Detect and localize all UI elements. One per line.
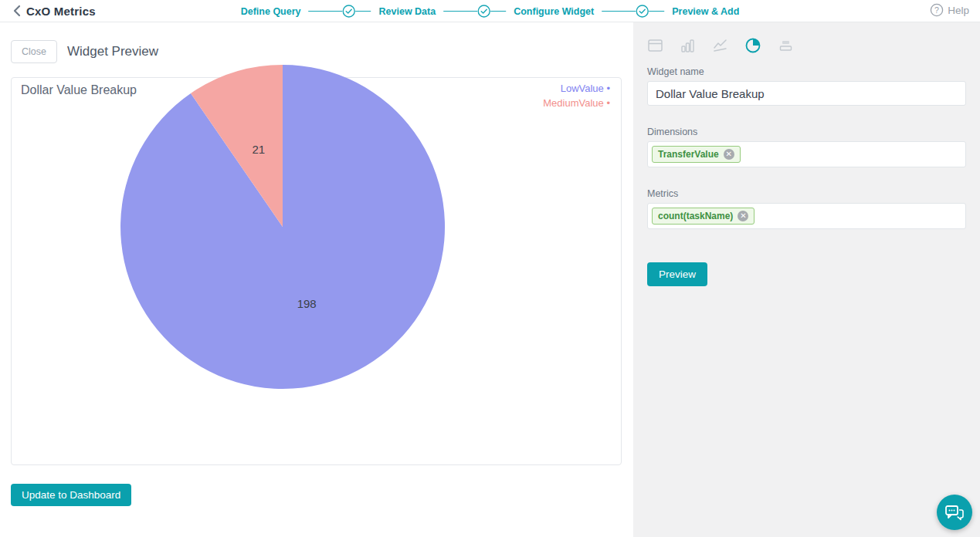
step-connector	[356, 11, 371, 12]
line-chart-icon[interactable]	[712, 38, 728, 53]
metrics-field[interactable]: count(taskName) ✕	[647, 203, 966, 229]
step-connector	[602, 11, 636, 12]
widget-name-label: Widget name	[647, 66, 966, 77]
step-connector	[309, 11, 343, 12]
wizard-stepper: Define Query Review Data Configure Widge…	[241, 0, 740, 22]
dimension-chip: TransferValue ✕	[652, 146, 741, 163]
page-title: CxO Metrics	[26, 5, 96, 18]
back-button[interactable]: CxO Metrics	[12, 5, 96, 18]
step-connector	[649, 11, 664, 12]
step-connector	[443, 11, 477, 12]
svg-text:21: 21	[252, 143, 265, 156]
dimension-chip-label: TransferValue	[658, 149, 719, 160]
step-check-icon	[343, 5, 356, 18]
table-icon[interactable]	[647, 38, 663, 53]
remove-dimension-icon[interactable]: ✕	[724, 149, 734, 160]
update-to-dashboard-button[interactable]: Update to Dashboard	[11, 484, 131, 506]
chart-type-selector	[647, 36, 966, 55]
legend-bullet: •	[606, 97, 610, 109]
widget-preview-panel: Close Widget Preview Dollar Value Breaku…	[0, 22, 633, 537]
step-preview-add[interactable]: Preview & Add	[672, 6, 739, 17]
widget-name-input[interactable]	[647, 81, 966, 106]
help-label: Help	[948, 5, 969, 16]
bar-chart-icon[interactable]	[680, 38, 696, 53]
legend-item-mediumvalue[interactable]: MediumValue •	[543, 96, 610, 110]
chat-fab-button[interactable]	[937, 495, 972, 530]
preview-panel-title: Widget Preview	[67, 44, 158, 59]
close-button[interactable]: Close	[11, 40, 57, 63]
step-check-icon	[477, 5, 490, 18]
dimensions-label: Dimensions	[647, 127, 966, 137]
chart-legend: LowValue • MediumValue •	[543, 81, 610, 110]
remove-metric-icon[interactable]: ✕	[738, 211, 748, 221]
step-configure-widget[interactable]: Configure Widget	[514, 6, 594, 17]
metrics-label: Metrics	[647, 188, 966, 199]
svg-text:198: 198	[297, 297, 317, 310]
pie-chart-icon[interactable]	[744, 37, 761, 54]
step-check-icon	[636, 5, 649, 18]
chat-bubbles-icon	[944, 503, 965, 522]
question-mark-icon: ?	[930, 3, 944, 17]
chart-card: Dollar Value Breakup LowValue • MediumVa…	[11, 77, 622, 465]
widget-config-panel: Widget name Dimensions TransferValue ✕ M…	[633, 22, 980, 537]
step-define-query[interactable]: Define Query	[241, 6, 301, 17]
legend-bullet: •	[606, 83, 610, 94]
metric-chip-label: count(taskName)	[658, 211, 733, 221]
top-bar: CxO Metrics Define Query Review Data Con…	[0, 0, 980, 22]
metric-chip: count(taskName) ✕	[652, 208, 754, 225]
step-connector	[490, 11, 506, 12]
legend-item-lowvalue[interactable]: LowValue •	[543, 81, 610, 96]
dimensions-field[interactable]: TransferValue ✕	[647, 141, 966, 167]
stacked-bar-icon[interactable]	[778, 38, 794, 53]
svg-text:?: ?	[934, 5, 939, 15]
back-chevron-icon	[12, 5, 21, 17]
pie-chart[interactable]: 19821	[119, 63, 446, 390]
preview-button[interactable]: Preview	[647, 262, 707, 286]
step-review-data[interactable]: Review Data	[379, 6, 436, 17]
help-button[interactable]: ? Help	[930, 3, 969, 17]
